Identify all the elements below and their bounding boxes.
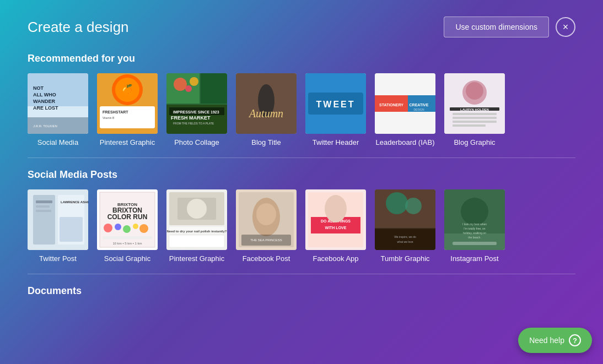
svg-text:I'm totally free, on: I'm totally free, on: [464, 227, 486, 230]
card-tumblr-graphic[interactable]: We inspire, we do what we love Tumblr Gr…: [375, 189, 435, 263]
thumb-facebook-post: THE SEA PRINCESS: [236, 189, 297, 250]
svg-text:ALL WHO: ALL WHO: [33, 92, 56, 97]
svg-rect-50: [36, 200, 52, 203]
card-social-media-label: Social Media: [37, 138, 78, 146]
card-pinterest-post[interactable]: Need to dry your nail polish instantly? …: [166, 189, 227, 263]
thumb-social-media: NOT ALL WHO WANDER ARE LOST J.R.R. TOLKI…: [28, 73, 88, 134]
svg-text:🍊: 🍊: [121, 84, 134, 96]
card-facebook-post[interactable]: THE SEA PRINCESS Facebook Post: [236, 189, 297, 263]
card-photo-collage-label: Photo Collage: [174, 138, 219, 146]
svg-text:Autumn: Autumn: [248, 107, 283, 119]
svg-text:NOT: NOT: [33, 85, 44, 91]
svg-text:LAWRENCE ASHE: LAWRENCE ASHE: [61, 200, 88, 204]
thumb-twitter-header: TWEET: [305, 73, 366, 134]
svg-text:10 km • 5 km • 1 km: 10 km • 5 km • 1 km: [112, 242, 142, 245]
card-social-graphic-label: Social Graphic: [104, 254, 151, 263]
card-facebook-post-label: Facebook Post: [243, 254, 290, 263]
svg-point-96: [461, 198, 488, 225]
svg-text:ARE LOST: ARE LOST: [33, 105, 58, 111]
thumb-photo-collage: IMPRESSIVE SINCE 1923 FRESH MARKET FROM …: [166, 73, 227, 134]
svg-point-89: [386, 192, 408, 214]
svg-rect-101: [453, 242, 497, 245]
card-blog-title[interactable]: Autumn Blog Title: [236, 73, 297, 146]
card-leaderboard-label: Leaderboard (IAB): [376, 138, 435, 146]
svg-text:IMPRESSIVE SINCE 1923: IMPRESSIVE SINCE 1923: [173, 110, 219, 114]
svg-text:J.R.R. TOLKIEN: J.R.R. TOLKIEN: [33, 124, 57, 128]
thumb-twitter-post: LAWRENCE ASHE: [28, 189, 88, 250]
svg-point-86: [325, 195, 347, 222]
close-button[interactable]: ×: [556, 17, 575, 37]
svg-point-63: [123, 225, 131, 233]
custom-dimensions-button[interactable]: Use custom dimensions: [444, 17, 549, 37]
svg-rect-91: [375, 229, 435, 250]
svg-text:FRESH MARKET: FRESH MARKET: [171, 115, 211, 121]
svg-rect-46: [453, 121, 497, 123]
svg-text:FROM THE FIELDS TO A PLATE: FROM THE FIELDS TO A PLATE: [173, 122, 214, 125]
need-help-button[interactable]: Need help ?: [518, 328, 592, 353]
recommended-section-title: Recommended for you: [28, 53, 575, 64]
svg-point-65: [139, 224, 148, 233]
card-blog-graphic-label: Blog Graphic: [454, 138, 495, 146]
svg-text:WANDER: WANDER: [33, 99, 55, 104]
thumb-blog-title: Autumn: [236, 73, 297, 134]
card-facebook-app[interactable]: DO ALL THINGS WITH LOVE Facebook App: [305, 189, 366, 263]
svg-text:THE SEA PRINCESS: THE SEA PRINCESS: [250, 238, 282, 242]
card-blog-graphic[interactable]: LAURYN HOLDEN Blog Graphic: [444, 73, 505, 146]
svg-rect-17: [201, 73, 227, 104]
svg-text:We inspire, we do: We inspire, we do: [394, 235, 416, 238]
card-pinterest-post-label: Pinterest Graphic: [169, 254, 224, 263]
documents-section: Documents: [28, 285, 575, 297]
svg-point-90: [405, 198, 422, 214]
header-row: Create a design Use custom dimensions ×: [28, 17, 575, 37]
card-twitter-post[interactable]: LAWRENCE ASHE Twitter Post: [28, 189, 88, 263]
svg-rect-44: [453, 113, 497, 115]
svg-text:the beach.: the beach.: [468, 236, 481, 239]
recommended-section: Recommended for you NOT ALL WHO WANDER A…: [28, 53, 575, 146]
svg-text:what we love: what we love: [397, 240, 413, 243]
card-pinterest-graphic-label: Pinterest Graphic: [100, 138, 155, 146]
svg-point-41: [466, 82, 483, 100]
card-tumblr-graphic-label: Tumblr Graphic: [380, 254, 429, 263]
card-social-media[interactable]: NOT ALL WHO WANDER ARE LOST J.R.R. TOLKI…: [28, 73, 88, 146]
svg-text:TWEET: TWEET: [316, 100, 356, 109]
header-actions: Use custom dimensions ×: [444, 17, 575, 37]
section-divider-1: [28, 157, 575, 158]
social-posts-section-title: Social Media Posts: [28, 169, 575, 181]
svg-rect-52: [36, 210, 51, 212]
card-facebook-app-label: Facebook App: [313, 254, 358, 263]
svg-text:WITH LOVE: WITH LOVE: [325, 226, 347, 230]
social-posts-cards-row: LAWRENCE ASHE Twitter Post BRIXTON BRIXT…: [28, 189, 575, 263]
svg-rect-47: [453, 124, 486, 127]
svg-text:LAURYN HOLDEN: LAURYN HOLDEN: [460, 108, 489, 111]
recommended-cards-row: NOT ALL WHO WANDER ARE LOST J.R.R. TOLKI…: [28, 73, 575, 146]
svg-rect-66: [103, 236, 152, 239]
section-divider-2: [28, 274, 575, 274]
card-twitter-header-label: Twitter Header: [313, 138, 359, 146]
svg-point-19: [174, 78, 187, 91]
card-instagram-post-label: Instagram Post: [450, 254, 498, 263]
thumb-instagram-post: I look my best when I'm totally free, on…: [444, 189, 505, 250]
svg-rect-51: [36, 205, 50, 208]
card-leaderboard[interactable]: STATIONERY CREATIVE DESIGN Leaderboard (…: [375, 73, 435, 146]
svg-point-78: [256, 203, 276, 225]
svg-text:DESIGN: DESIGN: [413, 108, 424, 111]
thumb-facebook-app: DO ALL THINGS WITH LOVE: [305, 189, 366, 250]
card-photo-collage[interactable]: IMPRESSIVE SINCE 1923 FRESH MARKET FROM …: [166, 73, 227, 146]
thumb-leaderboard: STATIONERY CREATIVE DESIGN: [375, 73, 435, 134]
thumb-blog-graphic: LAURYN HOLDEN: [444, 73, 505, 134]
card-pinterest-graphic[interactable]: 🍊 FRESHSTART Vitamin B Pinterest Graphic: [97, 73, 158, 146]
card-instagram-post[interactable]: I look my best when I'm totally free, on…: [444, 189, 505, 263]
thumb-pinterest-graphic: 🍊 FRESHSTART Vitamin B: [97, 73, 158, 134]
svg-text:Need to dry your nail polish i: Need to dry your nail polish instantly?: [166, 230, 227, 233]
page-container: Create a design Use custom dimensions × …: [0, 0, 603, 364]
svg-text:STATIONERY: STATIONERY: [379, 103, 403, 107]
documents-section-title: Documents: [28, 285, 575, 297]
card-blog-title-label: Blog Title: [251, 138, 281, 146]
need-help-label: Need help: [529, 336, 564, 345]
svg-point-62: [115, 224, 121, 230]
card-social-graphic[interactable]: BRIXTON BRIXTON COLOR RUN 10 km • 5 km •…: [97, 189, 158, 263]
svg-rect-54: [60, 217, 83, 242]
card-twitter-header[interactable]: TWEET Twitter Header: [305, 73, 366, 146]
social-posts-section: Social Media Posts LAWRENCE ASHE: [28, 169, 575, 263]
thumb-tumblr-graphic: We inspire, we do what we love: [375, 189, 435, 250]
